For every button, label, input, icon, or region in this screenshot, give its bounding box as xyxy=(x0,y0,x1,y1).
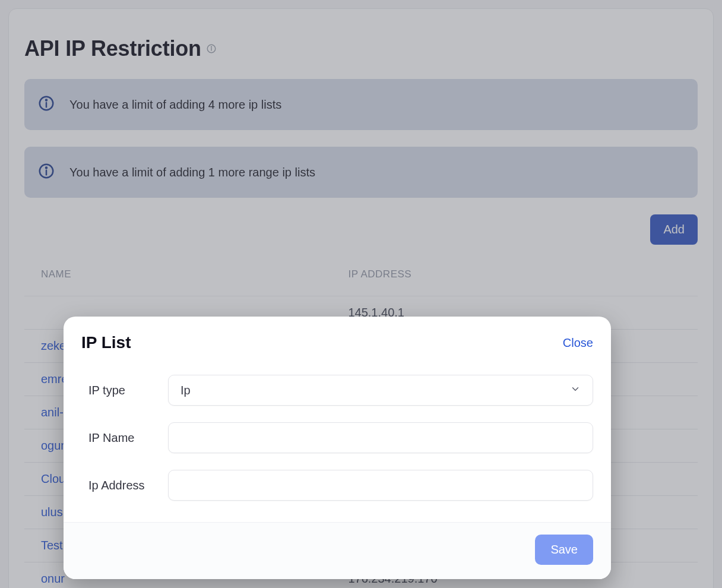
ip-address-input[interactable] xyxy=(168,470,593,501)
ip-type-select[interactable]: Ip xyxy=(168,375,593,406)
ip-name-label: IP Name xyxy=(88,431,168,445)
modal-footer: Save xyxy=(64,522,611,579)
ip-type-row: IP type Ip xyxy=(88,375,593,406)
modal-header: IP List Close xyxy=(64,317,611,357)
ip-address-label: Ip Address xyxy=(88,479,168,492)
ip-type-value: Ip xyxy=(180,384,191,397)
ip-type-label: IP type xyxy=(88,384,168,397)
save-button[interactable]: Save xyxy=(535,535,593,565)
modal-title: IP List xyxy=(81,333,131,352)
modal-body: IP type Ip IP Name Ip Address xyxy=(64,357,611,522)
ip-list-modal: IP List Close IP type Ip IP Name xyxy=(64,317,611,579)
chevron-down-icon xyxy=(570,384,581,397)
ip-address-row: Ip Address xyxy=(88,470,593,501)
ip-name-input[interactable] xyxy=(168,422,593,453)
close-button[interactable]: Close xyxy=(563,336,593,350)
ip-name-row: IP Name xyxy=(88,422,593,453)
